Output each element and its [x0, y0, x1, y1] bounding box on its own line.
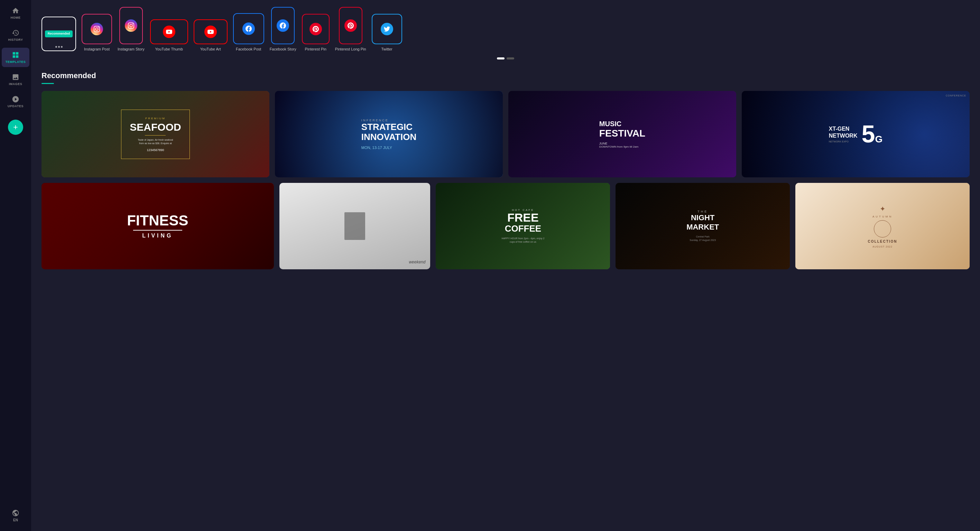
pinterest-pin-icon: [310, 23, 322, 35]
autumn-date: AUGUST 2022: [868, 245, 897, 248]
carousel-item-recommended[interactable]: Recommended: [41, 17, 76, 51]
carousel-item-facebook-story[interactable]: Facebook Story: [270, 7, 296, 51]
carousel-scroll[interactable]: Recommended Instagram Post: [41, 7, 970, 54]
history-icon: [12, 29, 19, 37]
night-title: NIGHTMARKET: [686, 213, 719, 232]
instagram-story-icon: [125, 19, 137, 32]
section-underline: [41, 83, 54, 84]
twitter-icon: [381, 23, 393, 35]
carousel-item-youtube-thumb-label: YouTube Thumb: [155, 47, 183, 51]
sidebar-item-home-label: HOME: [11, 16, 21, 19]
5g-text: XT-GEN NETWORK NETWORK EXPO 5G: [823, 116, 888, 152]
carousel-card-instagram-story[interactable]: [119, 7, 143, 44]
carousel-item-pinterest-pin-label: Pinterest Pin: [305, 47, 326, 51]
template-card-bw[interactable]: weekend: [279, 183, 431, 269]
carousel-card-facebook-story[interactable]: [271, 7, 294, 44]
carousel-card-facebook-post[interactable]: [233, 13, 264, 44]
twitter-icon-svg: [384, 26, 390, 32]
innovation-date: MON, 13-17 JULY: [361, 146, 416, 150]
sidebar-item-images[interactable]: IMAGES: [2, 70, 29, 89]
recommended-badge: Recommended: [45, 30, 73, 37]
carousel-card-recommended[interactable]: Recommended: [41, 17, 76, 51]
festival-text: MUSIC FESTIVAL JUNE DOWNTOWN from 9pm ti…: [594, 114, 651, 154]
pinterest-long-pin-icon: [344, 19, 357, 32]
carousel-card-youtube-art[interactable]: [194, 19, 228, 44]
add-icon: [12, 124, 19, 131]
seafood-premium: PREMIUM: [130, 117, 181, 120]
coffee-text: HOT CAFE FREE COFFEE HAPPY HOUR from 2pm…: [493, 203, 553, 249]
template-card-autumn[interactable]: ✦ AUTUMN COLLECTION AUGUST 2022: [795, 183, 970, 269]
template-image-autumn: ✦ AUTUMN COLLECTION AUGUST 2022: [795, 183, 970, 269]
carousel-item-youtube-thumb[interactable]: YouTube Thumb: [150, 19, 188, 51]
template-card-5g[interactable]: CONFERENCE XT-GEN NETWORK NETWORK EXPO 5…: [742, 91, 970, 177]
main-content: Recommended Instagram Post: [31, 0, 980, 531]
youtube-art-icon: [204, 25, 217, 38]
recommended-dots: [55, 46, 63, 48]
template-card-seafood[interactable]: PREMIUM SEAFOOD Taste of Japan. Air fres…: [41, 91, 269, 177]
carousel-item-pinterest-pin[interactable]: Pinterest Pin: [302, 14, 329, 51]
language-button[interactable]: EN: [12, 509, 19, 522]
recommended-section: Recommended PREMIUM SEAFOOD Taste of Jap…: [31, 64, 980, 276]
sidebar-item-templates[interactable]: TEMPLATES: [2, 48, 29, 67]
5g-number: 5: [861, 121, 875, 148]
add-button[interactable]: [8, 119, 23, 135]
sidebar-item-updates-label: UPDATES: [8, 104, 24, 108]
carousel-pagination: [41, 57, 970, 59]
festival-title: FESTIVAL: [599, 128, 645, 139]
seafood-price: 1234567890: [130, 148, 181, 152]
sidebar-item-images-label: IMAGES: [9, 82, 22, 86]
template-image-coffee: HOT CAFE FREE COFFEE HAPPY HOUR from 2pm…: [436, 183, 610, 269]
carousel-item-youtube-art[interactable]: YouTube Art: [194, 19, 228, 51]
images-icon: [12, 73, 19, 81]
autumn-text: ✦ AUTUMN COLLECTION AUGUST 2022: [868, 205, 897, 248]
carousel-item-facebook-post[interactable]: Facebook Post: [233, 13, 264, 51]
coffee-subtitle: HAPPY HOUR from 2pm - 4pm, enjoy 2 cups …: [499, 237, 547, 244]
facebook-post-icon: [242, 22, 255, 35]
language-label: EN: [13, 518, 18, 522]
carousel-item-twitter[interactable]: Twitter: [372, 14, 402, 51]
carousel-item-facebook-post-label: Facebook Post: [236, 47, 261, 51]
innovation-title: STRATEGICINNOVATION: [361, 122, 416, 142]
carousel-card-instagram-post[interactable]: [82, 14, 112, 44]
instagram-icon: [94, 26, 100, 32]
festival-location: DOWNTOWN from 9pm till 2am: [599, 145, 645, 148]
template-image-night-market: THE NIGHTMARKET Central ParkSunday, 27 A…: [616, 183, 790, 269]
pinterest-icon: [313, 26, 319, 32]
sidebar-item-templates-label: TEMPLATES: [6, 60, 25, 64]
home-icon: [12, 7, 19, 14]
template-image-5g: CONFERENCE XT-GEN NETWORK NETWORK EXPO 5…: [742, 91, 970, 177]
festival-date: JUNE: [599, 142, 645, 145]
template-image-bw: weekend: [279, 183, 431, 269]
5g-conference-badge: CONFERENCE: [946, 94, 966, 97]
template-card-coffee[interactable]: HOT CAFE FREE COFFEE HAPPY HOUR from 2pm…: [436, 183, 610, 269]
fitness-subtitle: LIVING: [127, 233, 188, 239]
carousel-item-instagram-post[interactable]: Instagram Post: [82, 14, 112, 51]
carousel-item-pinterest-long-pin-label: Pinterest Long Pin: [335, 47, 366, 51]
updates-icon: [12, 95, 19, 103]
carousel-card-youtube-thumb[interactable]: [150, 19, 188, 44]
carousel-item-facebook-story-label: Facebook Story: [270, 47, 296, 51]
sidebar-item-home[interactable]: HOME: [2, 3, 29, 23]
template-card-innovation[interactable]: INFERENCE STRATEGICINNOVATION MON, 13-17…: [275, 91, 503, 177]
carousel-card-pinterest-pin[interactable]: [302, 14, 329, 44]
carousel-item-twitter-label: Twitter: [381, 47, 392, 51]
template-image-seafood: PREMIUM SEAFOOD Taste of Japan. Air fres…: [41, 91, 269, 177]
carousel-dot-1[interactable]: [497, 57, 504, 59]
carousel-card-twitter[interactable]: [372, 14, 402, 44]
template-grid-row1: PREMIUM SEAFOOD Taste of Japan. Air fres…: [41, 91, 970, 177]
carousel-card-pinterest-long-pin[interactable]: [339, 7, 363, 44]
template-image-festival: MUSIC FESTIVAL JUNE DOWNTOWN from 9pm ti…: [508, 91, 736, 177]
night-details: Central ParkSunday, 27 August 2023: [686, 235, 719, 242]
carousel-item-instagram-story-label: Instagram Story: [118, 47, 145, 51]
5g-right: 5G: [861, 122, 883, 146]
carousel-item-instagram-story[interactable]: Instagram Story: [118, 7, 145, 51]
sidebar-item-history-label: HISTORY: [8, 38, 23, 41]
template-card-festival[interactable]: MUSIC FESTIVAL JUNE DOWNTOWN from 9pm ti…: [508, 91, 736, 177]
sidebar-item-updates[interactable]: UPDATES: [2, 92, 29, 111]
carousel-dot-2[interactable]: [507, 57, 514, 59]
5g-nw: NETWORK: [829, 132, 858, 139]
template-card-night-market[interactable]: THE NIGHTMARKET Central ParkSunday, 27 A…: [616, 183, 790, 269]
sidebar-item-history[interactable]: HISTORY: [2, 25, 29, 45]
template-card-fitness[interactable]: FITNESS LIVING: [41, 183, 274, 269]
carousel-item-pinterest-long-pin[interactable]: Pinterest Long Pin: [335, 7, 366, 51]
